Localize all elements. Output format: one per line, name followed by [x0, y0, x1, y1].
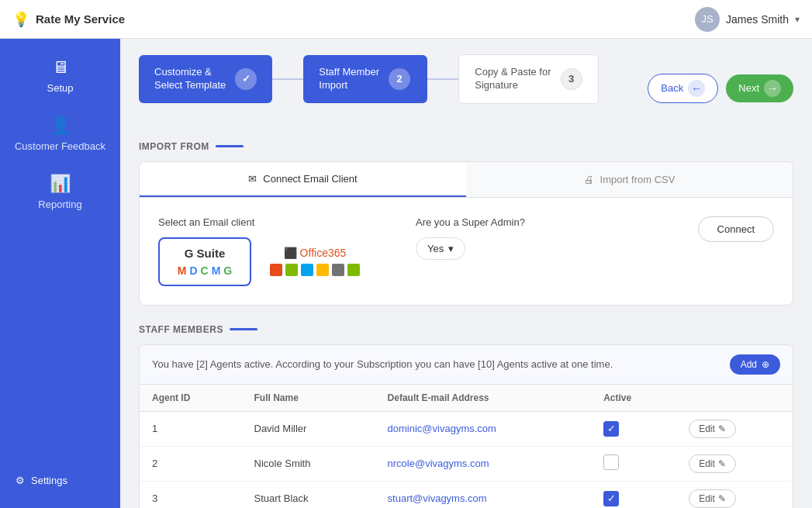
sidebar-item-setup-label: Setup: [47, 82, 74, 94]
csv-tab-icon: 🖨: [584, 174, 594, 185]
back-label: Back: [661, 82, 683, 94]
cell-email: dominic@vivagyms.com: [375, 411, 592, 446]
staff-members-label: STAFF MEMBERS: [139, 324, 223, 335]
super-admin-dropdown[interactable]: Yes ▾: [416, 237, 465, 260]
edit-button[interactable]: Edit ✎: [689, 454, 736, 473]
tab-email-client[interactable]: ✉ Connect Email Client: [140, 162, 466, 197]
super-admin-label: Are you a Super Admin?: [416, 216, 525, 228]
cell-agent-id: 1: [140, 411, 242, 446]
cell-agent-id: 2: [140, 446, 242, 481]
active-checkbox[interactable]: ✓: [603, 421, 619, 437]
gcal-icon: C: [201, 264, 209, 277]
step-staff-import: Staff MemberImport 2: [303, 55, 427, 103]
settings-icon: ⚙: [16, 475, 25, 486]
sidebar-settings[interactable]: ⚙ Settings: [0, 465, 120, 496]
super-admin-value: Yes: [427, 243, 444, 254]
step-copy-paste-label: Copy & Paste forSignature: [475, 66, 551, 92]
csv-tab-label: Import from CSV: [600, 174, 676, 185]
office-icon-2: [285, 264, 298, 276]
cell-active: ✓: [591, 481, 676, 508]
staff-members-header: STAFF MEMBERS: [139, 324, 793, 335]
email-link[interactable]: dominic@vivagyms.com: [388, 423, 496, 434]
connect-section: Connect: [698, 216, 774, 242]
main-content: Customize &Select Template ✓ Staff Membe…: [120, 39, 812, 508]
sidebar-settings-label: Settings: [31, 475, 67, 486]
gdrive-icon: D: [189, 264, 197, 277]
email-link[interactable]: stuart@vivagyms.com: [388, 492, 487, 504]
user-name: James Smith: [726, 13, 789, 26]
staff-info-bar: You have [2] Agents active. According to…: [140, 345, 793, 385]
tab-csv[interactable]: 🖨 Import from CSV: [466, 162, 793, 197]
import-tabs: ✉ Connect Email Client 🖨 Import from CSV: [140, 162, 793, 198]
edit-label: Edit: [699, 493, 715, 504]
sidebar-bottom: ⚙ Settings: [0, 465, 120, 496]
sidebar-item-customer-feedback-label: Customer Feedback: [15, 140, 105, 152]
step-staff-import-label: Staff MemberImport: [319, 66, 379, 92]
cell-active: ✓: [591, 411, 676, 446]
gsuite-name: G Suite: [172, 247, 237, 260]
next-label: Next: [738, 82, 759, 94]
sidebar-item-setup[interactable]: 🖥 Setup: [0, 47, 120, 105]
gsuite-option[interactable]: G Suite M D C M G: [158, 237, 251, 286]
sidebar-item-reporting[interactable]: 📊 Reporting: [0, 163, 120, 221]
table-row: 2 Nicole Smith nrcole@vivagyms.com Edit …: [140, 446, 793, 481]
office365-label: Office365: [300, 247, 347, 259]
add-icon: ⊕: [762, 359, 769, 370]
connect-button[interactable]: Connect: [698, 216, 774, 242]
email-tab-icon: ✉: [248, 173, 257, 185]
staff-table-body: 1 David Miller dominic@vivagyms.com ✓ Ed…: [140, 411, 793, 508]
app-layout: 🖥 Setup 👤 Customer Feedback 📊 Reporting …: [0, 0, 812, 508]
super-admin-chevron-icon: ▾: [448, 243, 454, 254]
col-actions: [676, 385, 793, 412]
table-row: 1 David Miller dominic@vivagyms.com ✓ Ed…: [140, 411, 793, 446]
col-full-name: Full Name: [242, 385, 375, 412]
staff-table-head: Agent ID Full Name Default E-mail Addres…: [140, 385, 793, 412]
step-customize-label: Customize &Select Template: [154, 66, 226, 92]
active-checkbox[interactable]: [603, 454, 619, 470]
step-customize: Customize &Select Template ✓: [139, 55, 272, 103]
staff-table-header-row: Agent ID Full Name Default E-mail Addres…: [140, 385, 793, 412]
gmeet-icon: M: [212, 264, 221, 277]
import-card: ✉ Connect Email Client 🖨 Import from CSV…: [139, 161, 793, 306]
active-checkbox[interactable]: ✓: [603, 491, 619, 506]
office-icon-4: [316, 264, 329, 276]
cell-full-name: Stuart Black: [242, 481, 375, 508]
email-link[interactable]: nrcole@vivagyms.com: [388, 458, 489, 469]
office365-name: ⬛ Office365: [270, 247, 360, 259]
edit-button[interactable]: Edit ✎: [689, 420, 736, 438]
super-admin-section: Are you a Super Admin? Yes ▾: [416, 216, 525, 260]
col-email: Default E-mail Address: [375, 385, 592, 412]
office-icon-6: [347, 264, 360, 276]
import-from-label: IMPORT FROM: [139, 141, 209, 152]
back-button[interactable]: Back ←: [648, 74, 718, 103]
office-icon-5: [332, 264, 344, 276]
import-from-underline: [216, 145, 244, 147]
cell-edit: Edit ✎: [676, 411, 793, 446]
next-button[interactable]: Next →: [726, 74, 793, 102]
step-connector-2: [427, 78, 458, 80]
step-connector-1: [272, 78, 303, 80]
cell-email: stuart@vivagyms.com: [375, 481, 592, 508]
import-body: Select an Email client G Suite M D C M G: [140, 198, 793, 305]
add-staff-button[interactable]: Add ⊕: [730, 354, 780, 375]
office-icon-1: [270, 264, 282, 276]
staff-info-text: You have [2] Agents active. According to…: [152, 358, 613, 370]
step-copy-paste: Copy & Paste forSignature 3: [458, 54, 598, 104]
user-menu[interactable]: JS James Smith ▾: [695, 7, 800, 32]
edit-icon: ✎: [718, 458, 726, 469]
sidebar-item-customer-feedback[interactable]: 👤 Customer Feedback: [0, 105, 120, 163]
table-row: 3 Stuart Black stuart@vivagyms.com ✓ Edi…: [140, 481, 793, 508]
step-staff-import-circle: 2: [389, 68, 410, 90]
steps-wizard: Customize &Select Template ✓ Staff Membe…: [139, 54, 599, 104]
setup-icon: 🖥: [52, 57, 69, 78]
next-icon: →: [764, 80, 781, 97]
staff-table: Agent ID Full Name Default E-mail Addres…: [140, 385, 793, 508]
brand-icon: 💡: [12, 11, 29, 28]
staff-members-underline: [230, 328, 257, 330]
edit-button[interactable]: Edit ✎: [689, 489, 736, 508]
email-client-label: Select an Email client: [158, 216, 369, 228]
sidebar: 🖥 Setup 👤 Customer Feedback 📊 Reporting …: [0, 39, 120, 508]
customer-feedback-icon: 👤: [50, 116, 71, 136]
cell-agent-id: 3: [140, 481, 242, 508]
office365-option[interactable]: ⬛ Office365: [261, 239, 369, 284]
